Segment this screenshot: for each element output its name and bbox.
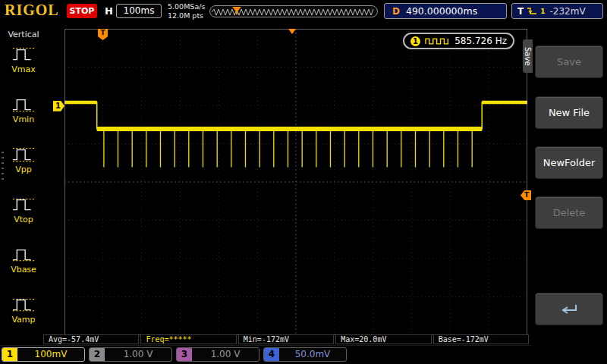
freq-counter-channel-badge: 1: [410, 36, 420, 46]
trigger-level-value: -232mV: [549, 6, 585, 17]
vmin-icon: [11, 94, 36, 114]
vertical-measure-menu: Vertical Vmax Vmin Vpp: [0, 23, 47, 345]
measure-freq: Freq=*****: [140, 334, 236, 344]
sidebar-item-vtop[interactable]: Vtop: [0, 194, 47, 224]
channel-4-badge: 4: [264, 348, 279, 361]
bottom-bar: 1 100mV 2 1.00 V 3 1.00 V 4 50.0mV: [0, 345, 607, 364]
vpp-icon: [11, 144, 36, 164]
soft-menu: Save Save New File NewFolder Delete: [531, 23, 607, 364]
channel-4-status[interactable]: 4 50.0mV: [263, 347, 347, 362]
trigger-label: T: [517, 6, 524, 17]
waveform-overview-icon: [210, 7, 377, 17]
pulse-train-icon: [425, 36, 450, 46]
channel-1-status[interactable]: 1 100mV: [2, 347, 85, 362]
measurement-readouts: Avg=-57.4mV Freq=***** Min=-172mV Max=20…: [43, 334, 529, 344]
delay-readout: D 490.000000ms: [384, 3, 507, 19]
channel-2-badge: 2: [90, 348, 105, 361]
trigger-readout: T 1 -232mV: [511, 3, 603, 19]
top-bar: RIGOL STOP H 100ms 5.00MSa/s 12.0M pts D…: [0, 0, 607, 23]
return-arrow-icon: [558, 303, 580, 316]
sidebar-item-vmin[interactable]: Vmin: [0, 94, 47, 124]
channel-2-status[interactable]: 2 1.00 V: [89, 347, 172, 362]
trigger-source: 1: [540, 8, 545, 15]
sidebar-item-label: Vpp: [0, 165, 47, 174]
measure-menu-title: Vertical: [0, 30, 47, 39]
sidebar-item-vmax[interactable]: Vmax: [0, 44, 47, 74]
channel-4-scale: 50.0mV: [279, 348, 346, 361]
vamp-icon: [11, 294, 36, 314]
measure-avg: Avg=-57.4mV: [43, 334, 139, 344]
delete-button[interactable]: Delete: [535, 196, 603, 229]
back-button[interactable]: [535, 293, 603, 325]
acquisition-info: 5.00MSa/s 12.0M pts: [168, 2, 205, 20]
vmax-icon: [11, 44, 36, 64]
trigger-position-marker[interactable]: [288, 29, 296, 38]
sidebar-item-label: Vmin: [0, 115, 47, 124]
delay-label: D: [392, 6, 400, 17]
measure-base: Base=-172mV: [433, 334, 529, 344]
channel-1-scale: 100mV: [17, 348, 84, 361]
sidebar-item-label: Vmax: [0, 64, 47, 74]
scope-display: T T 1 1 585.726 Hz: [64, 29, 527, 335]
channel-1-badge: 1: [2, 348, 17, 361]
channel-3-status[interactable]: 3 1.00 V: [176, 347, 259, 362]
frequency-counter: 1 585.726 Hz: [403, 33, 514, 49]
sample-rate: 5.00MSa/s: [168, 2, 205, 11]
vtop-icon: [11, 194, 36, 214]
horizontal-label: H: [105, 5, 113, 17]
sidebar-item-label: Vtop: [0, 215, 47, 224]
waveform-plot: [64, 29, 527, 335]
channel-3-badge: 3: [177, 348, 192, 361]
run-state-badge: STOP: [67, 4, 97, 18]
channel1-level-marker[interactable]: 1: [53, 101, 64, 111]
rigol-logo: RIGOL: [5, 2, 59, 19]
channel-2-scale: 1.00 V: [105, 348, 171, 361]
measure-min: Min=-172mV: [238, 334, 334, 344]
new-file-button[interactable]: New File: [535, 96, 603, 129]
sidebar-item-vbase[interactable]: Vbase: [0, 244, 47, 275]
sidebar-item-label: Vamp: [0, 315, 47, 325]
oscilloscope-screen: RIGOL STOP H 100ms 5.00MSa/s 12.0M pts D…: [0, 0, 607, 364]
measure-max: Max=20.0mV: [335, 334, 431, 344]
sidebar-item-label: Vbase: [0, 265, 47, 275]
new-folder-button[interactable]: NewFolder: [535, 146, 603, 179]
waveform-position-bar[interactable]: [209, 5, 378, 17]
sidebar-item-vpp[interactable]: Vpp: [0, 144, 47, 174]
timebase-value: 100ms: [116, 4, 162, 18]
vbase-icon: [11, 244, 36, 264]
delay-value: 490.000000ms: [406, 5, 477, 17]
save-button[interactable]: Save: [535, 46, 603, 78]
channel-3-scale: 1.00 V: [192, 348, 259, 361]
sidebar-item-vamp[interactable]: Vamp: [0, 294, 47, 325]
falling-edge-icon: [527, 6, 537, 16]
menu-tab-save: Save: [523, 39, 533, 73]
freq-counter-value: 585.726 Hz: [454, 36, 507, 46]
memory-depth: 12.0M pts: [168, 11, 205, 20]
